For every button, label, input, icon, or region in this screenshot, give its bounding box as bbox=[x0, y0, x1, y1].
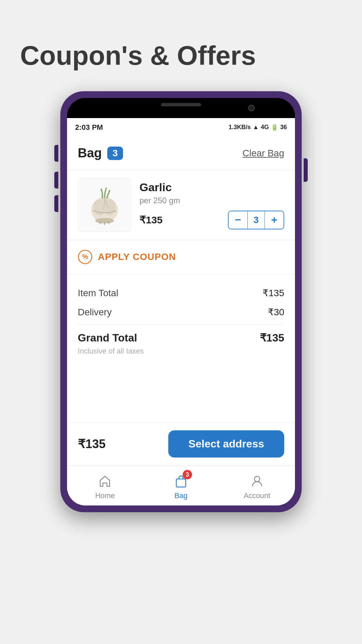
grand-total-row: Grand Total ₹135 bbox=[78, 324, 284, 347]
network-speed: 1.3KB/s bbox=[229, 124, 251, 131]
taxes-note: Inclusive of all taxes bbox=[78, 347, 284, 364]
account-label: Account bbox=[244, 491, 270, 500]
quantity-increase-button[interactable]: + bbox=[265, 211, 284, 229]
bag-badge: 3 bbox=[183, 470, 192, 479]
garlic-image-svg bbox=[83, 183, 126, 227]
coupon-section[interactable]: % APPLY COUPON bbox=[67, 240, 295, 274]
bag-icon: 3 bbox=[173, 473, 189, 489]
phone-speaker bbox=[161, 103, 201, 106]
quantity-decrease-button[interactable]: − bbox=[229, 211, 247, 229]
grand-total-label: Grand Total bbox=[78, 332, 137, 344]
checkout-bar: ₹135 Select address bbox=[67, 422, 295, 466]
battery-icon: 🔋 bbox=[271, 124, 278, 131]
signal-icon: ▲ bbox=[253, 124, 259, 131]
home-icon bbox=[97, 473, 113, 489]
item-total-value: ₹135 bbox=[262, 287, 284, 299]
bag-title: Bag bbox=[78, 146, 102, 160]
nav-bag[interactable]: 3 Bag bbox=[143, 473, 219, 500]
product-row: Garlic per 250 gm ₹135 − 3 + bbox=[78, 178, 284, 232]
volume-up-button bbox=[54, 145, 58, 162]
product-section: Garlic per 250 gm ₹135 − 3 + bbox=[67, 170, 295, 240]
delivery-value: ₹30 bbox=[268, 307, 284, 318]
item-total-label: Item Total bbox=[78, 288, 118, 299]
svg-text:%: % bbox=[82, 253, 88, 260]
power-button bbox=[304, 158, 308, 182]
svg-point-11 bbox=[254, 476, 260, 482]
battery-level: 36 bbox=[280, 124, 287, 131]
phone-notch bbox=[67, 98, 295, 118]
nav-account[interactable]: Account bbox=[219, 473, 295, 500]
network-type: 4G bbox=[261, 124, 269, 131]
bag-count-badge: 3 bbox=[107, 147, 123, 160]
item-total-row: Item Total ₹135 bbox=[78, 283, 284, 303]
delivery-label: Delivery bbox=[78, 307, 112, 318]
quantity-control: − 3 + bbox=[228, 211, 284, 229]
delivery-row: Delivery ₹30 bbox=[78, 303, 284, 322]
silent-button bbox=[54, 195, 58, 212]
svg-rect-10 bbox=[176, 479, 186, 487]
nav-home[interactable]: Home bbox=[67, 473, 143, 500]
quantity-value: 3 bbox=[247, 211, 265, 229]
status-bar: 2:03 PM 1.3KB/s ▲ 4G 🔋 36 bbox=[67, 118, 295, 137]
select-address-button[interactable]: Select address bbox=[168, 430, 284, 458]
product-price-row: ₹135 − 3 + bbox=[139, 211, 284, 229]
clear-bag-button[interactable]: Clear Bag bbox=[242, 148, 284, 159]
app-screen: Bag 3 Clear Bag bbox=[67, 137, 295, 505]
product-name: Garlic bbox=[139, 181, 284, 194]
spacer bbox=[67, 364, 295, 422]
product-image bbox=[78, 178, 131, 232]
pricing-section: Item Total ₹135 Delivery ₹30 Grand Total… bbox=[67, 274, 295, 364]
home-label: Home bbox=[95, 491, 115, 500]
status-indicators: 1.3KB/s ▲ 4G 🔋 36 bbox=[229, 124, 287, 131]
grand-total-value: ₹135 bbox=[260, 331, 284, 344]
product-info: Garlic per 250 gm ₹135 − 3 + bbox=[139, 181, 284, 229]
page-title-text: Coupon's & Offers bbox=[0, 0, 362, 91]
status-time: 2:03 PM bbox=[75, 123, 103, 132]
bag-label: Bag bbox=[174, 491, 187, 500]
product-unit: per 250 gm bbox=[139, 196, 284, 205]
checkout-total: ₹135 bbox=[78, 437, 106, 451]
coupon-icon: % bbox=[78, 250, 93, 264]
phone-camera bbox=[248, 105, 255, 111]
volume-down-button bbox=[54, 172, 58, 189]
bag-title-row: Bag 3 bbox=[78, 146, 123, 160]
bag-header: Bag 3 Clear Bag bbox=[67, 137, 295, 170]
product-price: ₹135 bbox=[139, 214, 163, 226]
coupon-label: APPLY COUPON bbox=[98, 252, 176, 262]
account-icon bbox=[249, 473, 265, 489]
phone-mockup: 2:03 PM 1.3KB/s ▲ 4G 🔋 36 Bag 3 Cl bbox=[60, 91, 302, 512]
bottom-navigation: Home 3 Bag bbox=[67, 466, 295, 505]
